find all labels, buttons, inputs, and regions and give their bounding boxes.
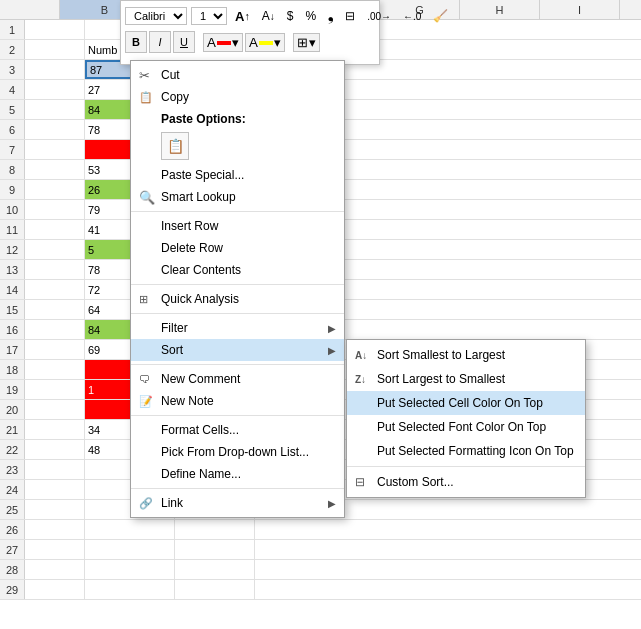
- cell-a[interactable]: [25, 460, 85, 479]
- decrease-decimal-button[interactable]: ←.0: [399, 5, 425, 27]
- row-number: 1: [0, 20, 25, 39]
- menu-item-pick-dropdown[interactable]: Pick From Drop-down List...: [131, 441, 344, 463]
- menu-item-paste-special[interactable]: Paste Special...: [131, 164, 344, 186]
- cell-a[interactable]: [25, 580, 85, 599]
- col-header-i[interactable]: I: [540, 0, 620, 19]
- highlight-color-dropdown-icon[interactable]: ▾: [274, 35, 281, 50]
- filter-arrow-icon: ▶: [328, 323, 336, 334]
- cell-a[interactable]: [25, 420, 85, 439]
- underline-button[interactable]: U: [173, 31, 195, 53]
- menu-item-new-comment[interactable]: 🗨 New Comment: [131, 368, 344, 390]
- menu-item-insert-row[interactable]: Insert Row: [131, 215, 344, 237]
- menu-item-delete-row[interactable]: Delete Row: [131, 237, 344, 259]
- italic-button[interactable]: I: [149, 31, 171, 53]
- menu-item-copy[interactable]: 📋 Copy: [131, 86, 344, 108]
- shrink-font-button[interactable]: A↓: [258, 5, 279, 27]
- row-number: 4: [0, 80, 25, 99]
- cell-a[interactable]: [25, 340, 85, 359]
- cell-a[interactable]: [25, 140, 85, 159]
- quick-analysis-icon: ⊞: [139, 293, 148, 306]
- cell-a[interactable]: [25, 400, 85, 419]
- menu-item-link[interactable]: 🔗 Link ▶: [131, 492, 344, 514]
- menu-item-filter[interactable]: Filter ▶: [131, 317, 344, 339]
- grow-font-button[interactable]: A↑: [231, 5, 254, 27]
- cell-a[interactable]: [25, 200, 85, 219]
- table-row[interactable]: 29: [0, 580, 641, 600]
- cell-a[interactable]: [25, 80, 85, 99]
- col-header-h[interactable]: H: [460, 0, 540, 19]
- cell-a[interactable]: [25, 560, 85, 579]
- row-number: 11: [0, 220, 25, 239]
- submenu-item-sort-largest[interactable]: Z↓ Sort Largest to Smallest: [347, 367, 585, 391]
- cell-a[interactable]: [25, 380, 85, 399]
- font-color-dropdown-icon[interactable]: ▾: [232, 35, 239, 50]
- border-dropdown-icon[interactable]: ▾: [309, 35, 316, 50]
- cell-a[interactable]: [25, 40, 85, 59]
- cell-a[interactable]: [25, 360, 85, 379]
- comma-button[interactable]: ❟: [324, 5, 337, 27]
- cell-b[interactable]: [85, 580, 175, 599]
- font-selector[interactable]: Calibri: [125, 7, 187, 25]
- submenu-item-sort-smallest[interactable]: A↓ Sort Smallest to Largest: [347, 343, 585, 367]
- cell-c[interactable]: [175, 520, 255, 539]
- menu-item-cut[interactable]: ✂ Cut: [131, 64, 344, 86]
- row-number: 17: [0, 340, 25, 359]
- cell-a[interactable]: [25, 220, 85, 239]
- menu-item-delete-row-label: Delete Row: [161, 241, 223, 255]
- currency-button[interactable]: $: [283, 5, 298, 27]
- cell-a[interactable]: [25, 180, 85, 199]
- menu-item-sort[interactable]: Sort ▶ A↓ Sort Smallest to Largest Z↓ So…: [131, 339, 344, 361]
- row-number: 15: [0, 300, 25, 319]
- cell-a[interactable]: [25, 320, 85, 339]
- submenu-sep-1: [347, 466, 585, 467]
- cell-b[interactable]: [85, 540, 175, 559]
- cell-a[interactable]: [25, 500, 85, 519]
- sort-desc-icon: Z↓: [355, 374, 366, 385]
- border-button[interactable]: ⊞ ▾: [293, 33, 320, 52]
- highlight-color-button[interactable]: A ▾: [245, 33, 285, 52]
- cell-a[interactable]: [25, 120, 85, 139]
- bold-button[interactable]: B: [125, 31, 147, 53]
- col-header-j[interactable]: J: [620, 0, 641, 19]
- cell-a[interactable]: [25, 240, 85, 259]
- menu-item-format-cells[interactable]: Format Cells...: [131, 419, 344, 441]
- cell-a[interactable]: [25, 20, 85, 39]
- sort-arrow-icon: ▶: [328, 345, 336, 356]
- menu-item-smart-lookup[interactable]: 🔍 Smart Lookup: [131, 186, 344, 208]
- menu-item-quick-analysis[interactable]: ⊞ Quick Analysis: [131, 288, 344, 310]
- table-row[interactable]: 26: [0, 520, 641, 540]
- cell-a[interactable]: [25, 160, 85, 179]
- cell-a[interactable]: [25, 520, 85, 539]
- cell-a[interactable]: [25, 60, 85, 79]
- paste-icon-default[interactable]: 📋: [161, 132, 189, 160]
- menu-item-clear-contents[interactable]: Clear Contents: [131, 259, 344, 281]
- cell-c[interactable]: [175, 580, 255, 599]
- submenu-item-custom-sort[interactable]: ⊟ Custom Sort...: [347, 470, 585, 494]
- submenu-item-format-icon[interactable]: Put Selected Formatting Icon On Top: [347, 439, 585, 463]
- cell-a[interactable]: [25, 480, 85, 499]
- clear-format-button[interactable]: 🧹: [429, 5, 452, 27]
- font-color-button[interactable]: A ▾: [203, 33, 243, 52]
- cell-a[interactable]: [25, 540, 85, 559]
- menu-item-new-note[interactable]: 📝 New Note: [131, 390, 344, 412]
- cell-c[interactable]: [175, 540, 255, 559]
- cell-a[interactable]: [25, 260, 85, 279]
- menu-item-define-name[interactable]: Define Name...: [131, 463, 344, 485]
- submenu-item-font-color[interactable]: Put Selected Font Color On Top: [347, 415, 585, 439]
- submenu-item-cell-color[interactable]: Put Selected Cell Color On Top: [347, 391, 585, 415]
- table-row[interactable]: 27: [0, 540, 641, 560]
- cell-b[interactable]: [85, 520, 175, 539]
- increase-decimal-button[interactable]: .00→: [363, 5, 395, 27]
- accounting-button[interactable]: ⊟: [341, 5, 359, 27]
- cell-a[interactable]: [25, 440, 85, 459]
- cell-a[interactable]: [25, 100, 85, 119]
- font-size-selector[interactable]: 11: [191, 7, 227, 25]
- percent-button[interactable]: %: [302, 5, 321, 27]
- col-header-a[interactable]: [0, 0, 60, 19]
- cell-b[interactable]: [85, 560, 175, 579]
- cell-c[interactable]: [175, 560, 255, 579]
- table-row[interactable]: 28: [0, 560, 641, 580]
- cell-a[interactable]: [25, 280, 85, 299]
- menu-item-new-note-label: New Note: [161, 394, 214, 408]
- cell-a[interactable]: [25, 300, 85, 319]
